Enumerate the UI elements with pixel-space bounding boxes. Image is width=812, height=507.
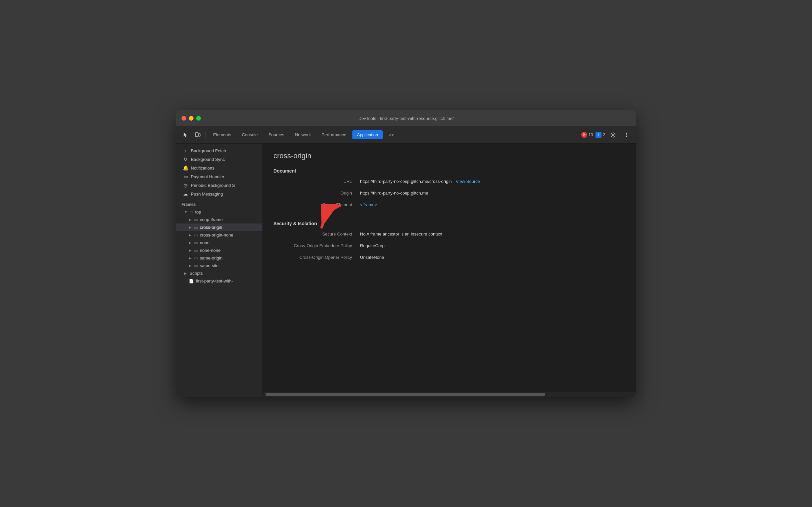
sidebar-label-first-party: first-party-test-with- <box>196 279 233 283</box>
coep-row: Cross-Origin Embedder Policy RequireCorp <box>274 243 625 248</box>
origin-label: Origin <box>274 190 360 195</box>
view-source-link[interactable]: View Source <box>456 179 480 184</box>
traffic-lights <box>181 116 201 121</box>
document-section-header: Document <box>274 168 625 174</box>
none-none-icon: ▭ <box>194 248 198 253</box>
sidebar-item-background-sync[interactable]: ↻ Background Sync <box>176 155 263 164</box>
periodic-bg-sync-icon: ◷ <box>183 182 188 188</box>
devtools-window: DevTools - first-party-test-with-resourc… <box>176 110 636 397</box>
sidebar-item-none-none[interactable]: ▶ ▭ none-none <box>176 246 263 254</box>
toolbar-separator <box>206 131 206 139</box>
sidebar: ↕ Background Fetch ↻ Background Sync 🔔 N… <box>176 144 263 397</box>
toolbar-right: ✕ 13 i 2 <box>581 129 632 140</box>
sidebar-item-notifications[interactable]: 🔔 Notifications <box>176 164 263 172</box>
detail-panel: cross-origin Document URL https://third-… <box>263 144 636 397</box>
same-site-arrow: ▶ <box>189 264 192 268</box>
notifications-icon: 🔔 <box>183 165 188 171</box>
sidebar-label-push-messaging: Push Messaging <box>191 191 223 196</box>
svg-point-6 <box>626 136 627 137</box>
sidebar-item-none[interactable]: ▶ ▭ none <box>176 239 263 246</box>
same-origin-arrow: ▶ <box>189 256 192 260</box>
sidebar-label-none-none: none-none <box>200 248 221 253</box>
tab-sources[interactable]: Sources <box>264 130 289 139</box>
panel-title: cross-origin <box>274 152 625 160</box>
none-none-arrow: ▶ <box>189 248 192 252</box>
origin-row: Origin https://third-party-no-coep.glitc… <box>274 190 625 195</box>
sidebar-item-push-messaging[interactable]: ☁ Push Messaging <box>176 189 263 198</box>
same-origin-icon: ▭ <box>194 256 198 261</box>
sidebar-item-cross-origin-none[interactable]: ▶ ▭ cross-origin-none <box>176 231 263 239</box>
svg-point-3 <box>613 134 614 135</box>
toolbar: Elements Console Sources Network Perform… <box>176 126 636 144</box>
coop-row: Cross-Origin Opener Policy UnsafeNone <box>274 255 625 260</box>
svg-point-4 <box>626 132 627 133</box>
error-icon: ✕ <box>581 132 587 138</box>
secure-context-row: Secure Context No A frame ancestor is an… <box>274 231 625 236</box>
coop-iframe-arrow: ▶ <box>189 218 192 222</box>
tab-network[interactable]: Network <box>290 130 316 139</box>
first-party-script-icon: 📄 <box>189 279 194 283</box>
url-label: URL <box>274 179 360 184</box>
none-arrow: ▶ <box>189 241 192 244</box>
background-fetch-icon: ↕ <box>183 148 188 153</box>
maximize-button[interactable] <box>196 116 201 121</box>
error-badge[interactable]: ✕ 13 <box>581 132 593 138</box>
info-icon: i <box>595 132 601 138</box>
sidebar-item-payment-handler[interactable]: ▭ Payment Handler <box>176 172 263 181</box>
sidebar-label-cross-origin-none: cross-origin-none <box>200 232 233 237</box>
coop-iframe-icon: ▭ <box>194 218 198 222</box>
tab-elements[interactable]: Elements <box>209 130 236 139</box>
sidebar-item-top[interactable]: ▼ ▭ top <box>176 208 263 216</box>
owner-element-row: Owner Element <iframe> <box>274 202 625 207</box>
sidebar-item-scripts[interactable]: ▶ Scripts <box>176 270 263 277</box>
cross-origin-none-icon: ▭ <box>194 233 198 237</box>
top-expand-arrow: ▼ <box>184 210 187 214</box>
sidebar-label-payment-handler: Payment Handler <box>191 174 224 179</box>
owner-element-label: Owner Element <box>274 202 360 207</box>
top-frame-icon: ▭ <box>189 210 193 215</box>
sidebar-item-cross-origin[interactable]: ▶ ▭ cross-origin <box>176 224 263 231</box>
annotation-arrow <box>317 204 350 234</box>
minimize-button[interactable] <box>189 116 193 121</box>
coep-value: RequireCorp <box>360 243 385 248</box>
sidebar-label-top: top <box>195 210 201 215</box>
svg-rect-1 <box>199 133 200 136</box>
secure-context-label: Secure Context <box>274 231 360 236</box>
sidebar-label-notifications: Notifications <box>191 166 215 171</box>
sidebar-item-same-origin[interactable]: ▶ ▭ same-origin <box>176 254 263 262</box>
device-toolbar-icon[interactable] <box>192 129 203 140</box>
cursor-icon[interactable] <box>180 129 191 140</box>
sidebar-item-same-site[interactable]: ▶ ▭ same-site <box>176 262 263 270</box>
more-options-icon[interactable] <box>621 129 632 140</box>
frames-section-header: Frames <box>176 198 263 208</box>
settings-icon[interactable] <box>608 129 619 140</box>
origin-value: https://third-party-no-coep.glitch.me <box>360 190 428 195</box>
sidebar-item-coop-iframe[interactable]: ▶ ▭ coop-iframe <box>176 216 263 224</box>
cross-origin-arrow: ▶ <box>189 226 192 229</box>
more-tabs-button[interactable]: >> <box>384 130 398 139</box>
sidebar-label-background-sync: Background Sync <box>191 157 225 162</box>
coop-label: Cross-Origin Opener Policy <box>274 255 360 260</box>
info-badge[interactable]: i 2 <box>595 132 605 138</box>
payment-handler-icon: ▭ <box>183 174 188 179</box>
tab-application[interactable]: Application <box>352 130 383 139</box>
svg-point-5 <box>626 134 627 135</box>
background-sync-icon: ↻ <box>183 157 188 162</box>
coep-label: Cross-Origin Embedder Policy <box>274 243 360 248</box>
sidebar-label-same-origin: same-origin <box>200 256 223 261</box>
secure-context-value: No A frame ancestor is an insecure conte… <box>360 231 442 236</box>
main-content: ↕ Background Fetch ↻ Background Sync 🔔 N… <box>176 144 636 397</box>
svg-rect-0 <box>195 132 198 136</box>
tab-console[interactable]: Console <box>237 130 263 139</box>
sidebar-item-background-fetch[interactable]: ↕ Background Fetch <box>176 146 263 155</box>
sidebar-item-periodic-bg-sync[interactable]: ◷ Periodic Background S <box>176 181 263 189</box>
owner-element-value[interactable]: <iframe> <box>360 202 377 207</box>
section-divider <box>274 214 625 214</box>
titlebar: DevTools - first-party-test-with-resourc… <box>176 110 636 126</box>
sidebar-item-first-party-script[interactable]: 📄 first-party-test-with- <box>176 277 263 285</box>
close-button[interactable] <box>181 116 186 121</box>
horizontal-scrollbar[interactable] <box>263 392 636 397</box>
sidebar-label-scripts: Scripts <box>189 271 203 276</box>
same-site-icon: ▭ <box>194 264 198 268</box>
tab-performance[interactable]: Performance <box>317 130 351 139</box>
